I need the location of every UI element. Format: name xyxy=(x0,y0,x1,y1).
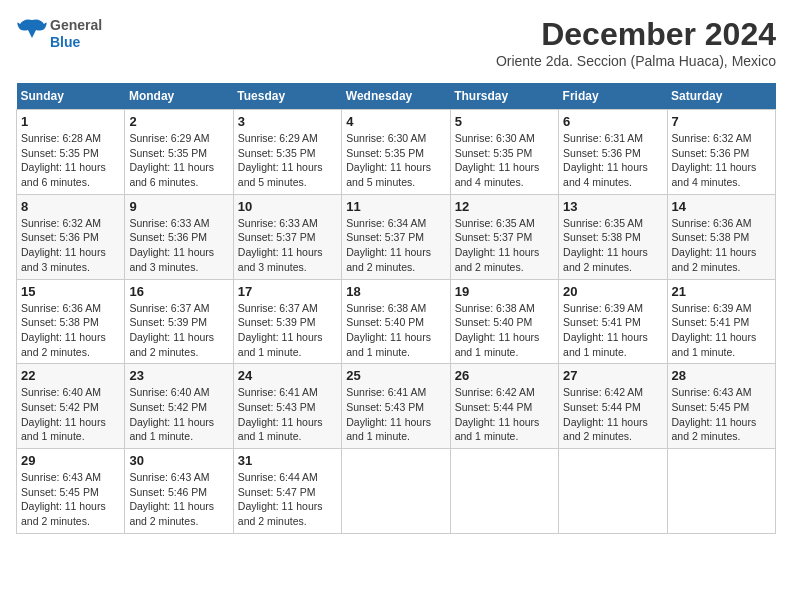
day-number: 29 xyxy=(21,453,120,468)
calendar-cell: 9Sunrise: 6:33 AMSunset: 5:36 PMDaylight… xyxy=(125,194,233,279)
day-number: 4 xyxy=(346,114,445,129)
calendar-cell: 13Sunrise: 6:35 AMSunset: 5:38 PMDayligh… xyxy=(559,194,667,279)
weekday-header: Sunday xyxy=(17,83,125,110)
calendar-week: 22Sunrise: 6:40 AMSunset: 5:42 PMDayligh… xyxy=(17,364,776,449)
day-info: Sunrise: 6:30 AMSunset: 5:35 PMDaylight:… xyxy=(455,131,554,190)
day-info: Sunrise: 6:37 AMSunset: 5:39 PMDaylight:… xyxy=(238,301,337,360)
day-number: 31 xyxy=(238,453,337,468)
day-number: 17 xyxy=(238,284,337,299)
day-number: 5 xyxy=(455,114,554,129)
day-info: Sunrise: 6:39 AMSunset: 5:41 PMDaylight:… xyxy=(672,301,771,360)
calendar-week: 29Sunrise: 6:43 AMSunset: 5:45 PMDayligh… xyxy=(17,449,776,534)
day-number: 28 xyxy=(672,368,771,383)
day-number: 14 xyxy=(672,199,771,214)
day-number: 30 xyxy=(129,453,228,468)
calendar-cell: 7Sunrise: 6:32 AMSunset: 5:36 PMDaylight… xyxy=(667,110,775,195)
calendar-cell: 10Sunrise: 6:33 AMSunset: 5:37 PMDayligh… xyxy=(233,194,341,279)
day-info: Sunrise: 6:32 AMSunset: 5:36 PMDaylight:… xyxy=(21,216,120,275)
day-number: 25 xyxy=(346,368,445,383)
calendar-cell: 5Sunrise: 6:30 AMSunset: 5:35 PMDaylight… xyxy=(450,110,558,195)
day-info: Sunrise: 6:32 AMSunset: 5:36 PMDaylight:… xyxy=(672,131,771,190)
day-number: 27 xyxy=(563,368,662,383)
day-info: Sunrise: 6:29 AMSunset: 5:35 PMDaylight:… xyxy=(238,131,337,190)
day-number: 24 xyxy=(238,368,337,383)
calendar-cell xyxy=(450,449,558,534)
calendar-cell xyxy=(342,449,450,534)
day-info: Sunrise: 6:35 AMSunset: 5:38 PMDaylight:… xyxy=(563,216,662,275)
day-info: Sunrise: 6:38 AMSunset: 5:40 PMDaylight:… xyxy=(455,301,554,360)
day-number: 3 xyxy=(238,114,337,129)
logo-general-text: General xyxy=(50,17,102,34)
calendar-cell: 6Sunrise: 6:31 AMSunset: 5:36 PMDaylight… xyxy=(559,110,667,195)
day-number: 10 xyxy=(238,199,337,214)
calendar-cell xyxy=(667,449,775,534)
day-info: Sunrise: 6:37 AMSunset: 5:39 PMDaylight:… xyxy=(129,301,228,360)
day-info: Sunrise: 6:43 AMSunset: 5:45 PMDaylight:… xyxy=(672,385,771,444)
day-number: 22 xyxy=(21,368,120,383)
day-info: Sunrise: 6:40 AMSunset: 5:42 PMDaylight:… xyxy=(129,385,228,444)
weekday-header: Tuesday xyxy=(233,83,341,110)
calendar-cell: 22Sunrise: 6:40 AMSunset: 5:42 PMDayligh… xyxy=(17,364,125,449)
day-number: 15 xyxy=(21,284,120,299)
calendar-cell: 28Sunrise: 6:43 AMSunset: 5:45 PMDayligh… xyxy=(667,364,775,449)
calendar-cell: 23Sunrise: 6:40 AMSunset: 5:42 PMDayligh… xyxy=(125,364,233,449)
day-info: Sunrise: 6:41 AMSunset: 5:43 PMDaylight:… xyxy=(238,385,337,444)
calendar-cell: 14Sunrise: 6:36 AMSunset: 5:38 PMDayligh… xyxy=(667,194,775,279)
day-number: 9 xyxy=(129,199,228,214)
day-info: Sunrise: 6:34 AMSunset: 5:37 PMDaylight:… xyxy=(346,216,445,275)
calendar-week: 1Sunrise: 6:28 AMSunset: 5:35 PMDaylight… xyxy=(17,110,776,195)
day-number: 19 xyxy=(455,284,554,299)
calendar-cell: 20Sunrise: 6:39 AMSunset: 5:41 PMDayligh… xyxy=(559,279,667,364)
day-number: 7 xyxy=(672,114,771,129)
calendar-week: 15Sunrise: 6:36 AMSunset: 5:38 PMDayligh… xyxy=(17,279,776,364)
day-number: 2 xyxy=(129,114,228,129)
calendar-cell: 15Sunrise: 6:36 AMSunset: 5:38 PMDayligh… xyxy=(17,279,125,364)
calendar-cell: 21Sunrise: 6:39 AMSunset: 5:41 PMDayligh… xyxy=(667,279,775,364)
weekday-header: Monday xyxy=(125,83,233,110)
day-number: 18 xyxy=(346,284,445,299)
day-number: 8 xyxy=(21,199,120,214)
calendar-cell: 8Sunrise: 6:32 AMSunset: 5:36 PMDaylight… xyxy=(17,194,125,279)
calendar-body: 1Sunrise: 6:28 AMSunset: 5:35 PMDaylight… xyxy=(17,110,776,534)
calendar-cell: 11Sunrise: 6:34 AMSunset: 5:37 PMDayligh… xyxy=(342,194,450,279)
calendar-cell: 12Sunrise: 6:35 AMSunset: 5:37 PMDayligh… xyxy=(450,194,558,279)
day-number: 1 xyxy=(21,114,120,129)
weekday-header: Saturday xyxy=(667,83,775,110)
day-info: Sunrise: 6:43 AMSunset: 5:45 PMDaylight:… xyxy=(21,470,120,529)
calendar-cell: 18Sunrise: 6:38 AMSunset: 5:40 PMDayligh… xyxy=(342,279,450,364)
day-info: Sunrise: 6:42 AMSunset: 5:44 PMDaylight:… xyxy=(563,385,662,444)
day-number: 13 xyxy=(563,199,662,214)
day-number: 20 xyxy=(563,284,662,299)
day-info: Sunrise: 6:44 AMSunset: 5:47 PMDaylight:… xyxy=(238,470,337,529)
day-number: 26 xyxy=(455,368,554,383)
calendar-cell: 17Sunrise: 6:37 AMSunset: 5:39 PMDayligh… xyxy=(233,279,341,364)
logo: General Blue xyxy=(16,16,102,52)
calendar-cell: 27Sunrise: 6:42 AMSunset: 5:44 PMDayligh… xyxy=(559,364,667,449)
calendar-cell: 25Sunrise: 6:41 AMSunset: 5:43 PMDayligh… xyxy=(342,364,450,449)
page-header: General Blue December 2024 Oriente 2da. … xyxy=(16,16,776,79)
day-info: Sunrise: 6:36 AMSunset: 5:38 PMDaylight:… xyxy=(21,301,120,360)
calendar-cell: 29Sunrise: 6:43 AMSunset: 5:45 PMDayligh… xyxy=(17,449,125,534)
calendar-cell: 3Sunrise: 6:29 AMSunset: 5:35 PMDaylight… xyxy=(233,110,341,195)
day-info: Sunrise: 6:43 AMSunset: 5:46 PMDaylight:… xyxy=(129,470,228,529)
day-info: Sunrise: 6:31 AMSunset: 5:36 PMDaylight:… xyxy=(563,131,662,190)
calendar-cell: 2Sunrise: 6:29 AMSunset: 5:35 PMDaylight… xyxy=(125,110,233,195)
day-info: Sunrise: 6:30 AMSunset: 5:35 PMDaylight:… xyxy=(346,131,445,190)
day-info: Sunrise: 6:40 AMSunset: 5:42 PMDaylight:… xyxy=(21,385,120,444)
logo-bird-icon xyxy=(16,16,48,52)
day-number: 11 xyxy=(346,199,445,214)
day-info: Sunrise: 6:33 AMSunset: 5:37 PMDaylight:… xyxy=(238,216,337,275)
weekday-header: Wednesday xyxy=(342,83,450,110)
subtitle: Oriente 2da. Seccion (Palma Huaca), Mexi… xyxy=(496,53,776,69)
calendar-header: SundayMondayTuesdayWednesdayThursdayFrid… xyxy=(17,83,776,110)
day-number: 6 xyxy=(563,114,662,129)
calendar-cell: 26Sunrise: 6:42 AMSunset: 5:44 PMDayligh… xyxy=(450,364,558,449)
day-number: 21 xyxy=(672,284,771,299)
day-info: Sunrise: 6:38 AMSunset: 5:40 PMDaylight:… xyxy=(346,301,445,360)
weekday-header: Thursday xyxy=(450,83,558,110)
day-info: Sunrise: 6:33 AMSunset: 5:36 PMDaylight:… xyxy=(129,216,228,275)
day-info: Sunrise: 6:39 AMSunset: 5:41 PMDaylight:… xyxy=(563,301,662,360)
calendar-cell: 31Sunrise: 6:44 AMSunset: 5:47 PMDayligh… xyxy=(233,449,341,534)
day-info: Sunrise: 6:29 AMSunset: 5:35 PMDaylight:… xyxy=(129,131,228,190)
month-title: December 2024 xyxy=(496,16,776,53)
